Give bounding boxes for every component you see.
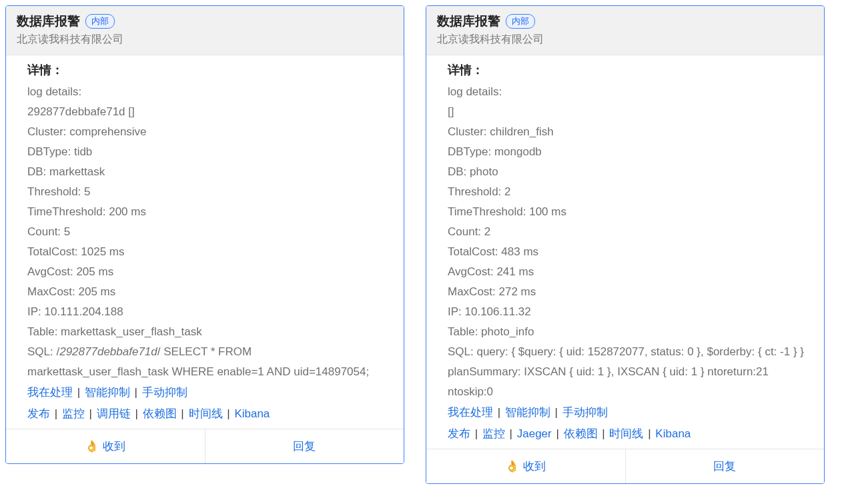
card-subtitle: 北京读我科技有限公司 — [17, 33, 393, 47]
card-header: 数据库报警 内部 北京读我科技有限公司 — [426, 6, 824, 55]
detail-line: Threshold: 2 — [448, 182, 812, 202]
detail-line: Cluster: comprehensive — [27, 122, 392, 142]
sql-line: SQL: /292877debbafe71d/ SELECT * FROM ma… — [27, 342, 392, 382]
link-kibana[interactable]: Kibana — [234, 407, 270, 420]
card-footer: 👌 收到 回复 — [6, 429, 404, 463]
detail-line: TimeThreshold: 200 ms — [27, 202, 392, 222]
link-trace[interactable]: 调用链 — [97, 407, 131, 420]
link-kibana[interactable]: Kibana — [655, 427, 691, 440]
link-timeline[interactable]: 时间线 — [609, 427, 643, 440]
link-publish[interactable]: 发布 — [448, 427, 470, 440]
detail-line: TimeThreshold: 100 ms — [448, 202, 812, 222]
ok-hand-icon: 👌 — [85, 439, 99, 453]
link-timeline[interactable]: 时间线 — [189, 407, 223, 420]
link-manual-suppress[interactable]: 手动抑制 — [562, 406, 608, 419]
link-smart-suppress[interactable]: 智能抑制 — [505, 406, 550, 419]
cards-container: 数据库报警 内部 北京读我科技有限公司 详情： log details: 292… — [5, 5, 849, 484]
reply-button[interactable]: 回复 — [625, 449, 825, 483]
link-manual-suppress[interactable]: 手动抑制 — [142, 386, 187, 399]
title-row: 数据库报警 内部 — [437, 13, 813, 30]
alert-card: 数据库报警 内部 北京读我科技有限公司 详情： log details: [] … — [426, 5, 825, 484]
detail-line: Threshold: 5 — [27, 182, 392, 202]
card-title: 数据库报警 — [17, 13, 80, 30]
detail-heading: 详情： — [448, 62, 812, 78]
reply-button[interactable]: 回复 — [205, 429, 404, 463]
internal-badge: 内部 — [85, 14, 115, 29]
link-processing[interactable]: 我在处理 — [448, 406, 493, 419]
detail-line: DBType: mongodb — [448, 142, 812, 162]
detail-line: Table: markettask_user_flash_task — [27, 322, 392, 342]
sql-body: SQL: query: { $query: { uid: 152872077, … — [448, 345, 804, 398]
detail-line: Count: 5 — [27, 222, 392, 242]
detail-line: IP: 10.106.11.32 — [448, 302, 812, 322]
detail-line: TotalCost: 1025 ms — [27, 242, 392, 262]
card-body: 详情： log details: [] Cluster: children_fi… — [426, 55, 824, 449]
card-body: 详情： log details: 292877debbafe71d [] Clu… — [6, 55, 404, 429]
card-subtitle: 北京读我科技有限公司 — [437, 33, 813, 47]
sql-hash: 292877debbafe71d — [59, 345, 157, 358]
link-dependency[interactable]: 依赖图 — [564, 427, 598, 440]
detail-line: Count: 2 — [448, 222, 812, 242]
alert-card: 数据库报警 内部 北京读我科技有限公司 详情： log details: 292… — [5, 5, 404, 464]
internal-badge: 内部 — [506, 14, 535, 29]
sql-line: SQL: query: { $query: { uid: 152872077, … — [448, 342, 812, 402]
detail-line: MaxCost: 205 ms — [27, 282, 392, 302]
card-title: 数据库报警 — [437, 13, 500, 30]
link-processing[interactable]: 我在处理 — [27, 386, 73, 399]
title-row: 数据库报警 内部 — [17, 13, 393, 30]
action-links-row2: 发布 | 监控 | Jaeger | 依赖图 | 时间线 | Kibana — [448, 423, 812, 445]
received-button[interactable]: 👌 收到 — [426, 449, 625, 483]
detail-line: [] — [448, 102, 812, 122]
detail-line: Cluster: children_fish — [448, 122, 812, 142]
link-monitor[interactable]: 监控 — [62, 407, 85, 420]
link-monitor[interactable]: 监控 — [482, 427, 505, 440]
detail-line: IP: 10.111.204.188 — [27, 302, 392, 322]
detail-line: TotalCost: 483 ms — [448, 242, 812, 262]
reply-label: 回复 — [713, 459, 736, 474]
card-header: 数据库报警 内部 北京读我科技有限公司 — [6, 6, 404, 55]
ok-hand-icon: 👌 — [505, 459, 519, 473]
detail-line: AvgCost: 205 ms — [27, 262, 392, 282]
action-links-row1: 我在处理 | 智能抑制 | 手动抑制 — [448, 402, 812, 423]
action-links-row2: 发布 | 监控 | 调用链 | 依赖图 | 时间线 | Kibana — [27, 403, 392, 425]
sql-label: SQL: — [27, 345, 56, 358]
reply-label: 回复 — [293, 439, 316, 454]
received-button[interactable]: 👌 收到 — [6, 429, 205, 463]
card-footer: 👌 收到 回复 — [426, 449, 824, 483]
detail-heading: 详情： — [27, 62, 392, 78]
detail-line: log details: — [27, 82, 392, 102]
detail-line: DB: photo — [448, 162, 812, 182]
detail-line: log details: — [448, 82, 812, 102]
link-smart-suppress[interactable]: 智能抑制 — [85, 386, 130, 399]
detail-line: DB: markettask — [27, 162, 392, 182]
detail-line: Table: photo_info — [448, 322, 812, 342]
link-jaeger[interactable]: Jaeger — [517, 427, 552, 440]
detail-line: MaxCost: 272 ms — [448, 282, 812, 302]
received-label: 收到 — [523, 459, 546, 474]
link-dependency[interactable]: 依赖图 — [143, 407, 177, 420]
action-links-row1: 我在处理 | 智能抑制 | 手动抑制 — [27, 382, 392, 403]
detail-line: 292877debbafe71d [] — [27, 102, 392, 122]
detail-line: AvgCost: 241 ms — [448, 262, 812, 282]
link-publish[interactable]: 发布 — [27, 407, 50, 420]
received-label: 收到 — [103, 439, 125, 454]
detail-line: DBType: tidb — [27, 142, 392, 162]
